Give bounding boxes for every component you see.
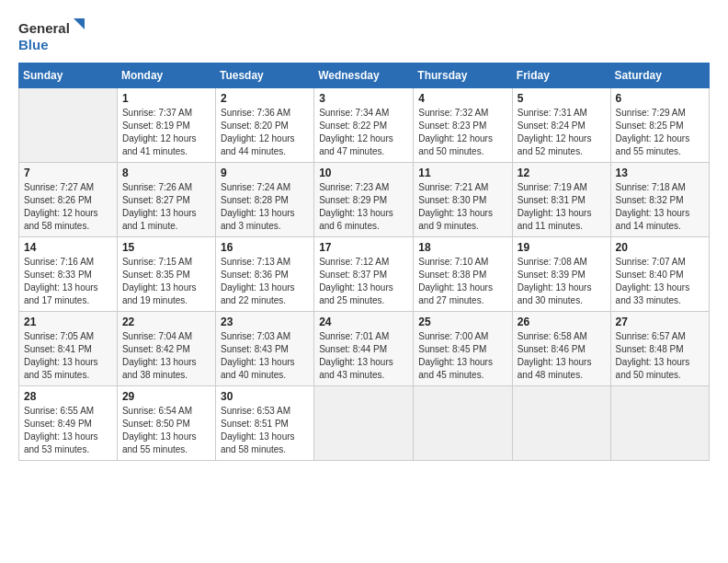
day-number: 19 [518, 241, 606, 254]
calendar-cell [314, 386, 414, 461]
day-number: 3 [319, 92, 408, 105]
logo: GeneralBlue [18, 17, 92, 53]
day-number: 5 [518, 92, 606, 105]
calendar-cell: 9Sunrise: 7:24 AM Sunset: 8:28 PM Daylig… [215, 163, 313, 237]
day-info: Sunrise: 7:26 AM Sunset: 8:27 PM Dayligh… [122, 182, 197, 231]
calendar-cell [512, 386, 610, 461]
day-number: 10 [319, 167, 408, 179]
day-info: Sunrise: 7:03 AM Sunset: 8:43 PM Dayligh… [221, 331, 295, 380]
calendar-cell: 20Sunrise: 7:07 AM Sunset: 8:40 PM Dayli… [610, 237, 709, 312]
calendar-cell: 1Sunrise: 7:37 AM Sunset: 8:19 PM Daylig… [117, 88, 215, 163]
weekday-header-sunday: Sunday [19, 63, 118, 88]
week-row-5: 28Sunrise: 6:55 AM Sunset: 8:49 PM Dayli… [19, 386, 710, 461]
day-number: 2 [221, 92, 309, 105]
day-number: 1 [122, 92, 210, 105]
calendar-cell: 24Sunrise: 7:01 AM Sunset: 8:44 PM Dayli… [314, 312, 414, 386]
header: GeneralBlue [18, 17, 710, 53]
calendar-cell: 12Sunrise: 7:19 AM Sunset: 8:31 PM Dayli… [512, 163, 610, 237]
calendar-cell [610, 386, 709, 461]
day-info: Sunrise: 7:16 AM Sunset: 8:33 PM Dayligh… [24, 257, 98, 305]
day-number: 7 [24, 167, 112, 179]
svg-text:Blue: Blue [18, 37, 49, 52]
calendar-cell: 13Sunrise: 7:18 AM Sunset: 8:32 PM Dayli… [610, 163, 709, 237]
weekday-header-wednesday: Wednesday [314, 63, 414, 88]
week-row-1: 1Sunrise: 7:37 AM Sunset: 8:19 PM Daylig… [19, 88, 710, 163]
calendar-cell: 7Sunrise: 7:27 AM Sunset: 8:26 PM Daylig… [19, 163, 118, 237]
day-number: 24 [319, 316, 408, 328]
day-number: 15 [122, 241, 210, 254]
day-number: 20 [616, 241, 704, 254]
calendar-cell: 11Sunrise: 7:21 AM Sunset: 8:30 PM Dayli… [414, 163, 513, 237]
day-info: Sunrise: 7:34 AM Sunset: 8:22 PM Dayligh… [319, 108, 393, 156]
day-info: Sunrise: 7:36 AM Sunset: 8:20 PM Dayligh… [221, 108, 295, 156]
day-info: Sunrise: 7:00 AM Sunset: 8:45 PM Dayligh… [418, 331, 493, 380]
day-number: 29 [122, 390, 210, 403]
day-number: 28 [24, 390, 112, 403]
weekday-header-friday: Friday [512, 63, 610, 88]
day-number: 30 [221, 390, 309, 403]
day-number: 6 [616, 92, 704, 105]
weekday-header-saturday: Saturday [610, 63, 709, 88]
week-row-3: 14Sunrise: 7:16 AM Sunset: 8:33 PM Dayli… [19, 237, 710, 312]
weekday-header-tuesday: Tuesday [215, 63, 313, 88]
day-number: 16 [221, 241, 309, 254]
weekday-header-row: SundayMondayTuesdayWednesdayThursdayFrid… [19, 63, 710, 88]
calendar-cell: 19Sunrise: 7:08 AM Sunset: 8:39 PM Dayli… [512, 237, 610, 312]
page: GeneralBlue SundayMondayTuesdayWednesday… [0, 0, 728, 470]
day-info: Sunrise: 7:01 AM Sunset: 8:44 PM Dayligh… [319, 331, 393, 380]
day-info: Sunrise: 6:53 AM Sunset: 8:51 PM Dayligh… [221, 406, 295, 454]
day-info: Sunrise: 7:29 AM Sunset: 8:25 PM Dayligh… [616, 108, 690, 156]
calendar-cell: 17Sunrise: 7:12 AM Sunset: 8:37 PM Dayli… [314, 237, 414, 312]
day-number: 18 [418, 241, 507, 254]
day-number: 9 [221, 167, 309, 179]
day-number: 12 [518, 167, 606, 179]
calendar-cell: 22Sunrise: 7:04 AM Sunset: 8:42 PM Dayli… [117, 312, 215, 386]
day-info: Sunrise: 6:58 AM Sunset: 8:46 PM Dayligh… [518, 331, 592, 380]
calendar-cell [414, 386, 513, 461]
day-info: Sunrise: 7:32 AM Sunset: 8:23 PM Dayligh… [418, 108, 493, 156]
calendar-cell: 4Sunrise: 7:32 AM Sunset: 8:23 PM Daylig… [414, 88, 513, 163]
calendar-cell: 26Sunrise: 6:58 AM Sunset: 8:46 PM Dayli… [512, 312, 610, 386]
calendar-cell: 30Sunrise: 6:53 AM Sunset: 8:51 PM Dayli… [215, 386, 313, 461]
calendar-cell: 28Sunrise: 6:55 AM Sunset: 8:49 PM Dayli… [19, 386, 118, 461]
day-number: 14 [24, 241, 112, 254]
day-info: Sunrise: 7:27 AM Sunset: 8:26 PM Dayligh… [24, 182, 98, 231]
calendar-cell: 10Sunrise: 7:23 AM Sunset: 8:29 PM Dayli… [314, 163, 414, 237]
day-info: Sunrise: 7:31 AM Sunset: 8:24 PM Dayligh… [518, 108, 592, 156]
day-number: 23 [221, 316, 309, 328]
day-info: Sunrise: 7:23 AM Sunset: 8:29 PM Dayligh… [319, 182, 393, 231]
day-number: 13 [616, 167, 704, 179]
calendar-cell: 29Sunrise: 6:54 AM Sunset: 8:50 PM Dayli… [117, 386, 215, 461]
svg-text:General: General [18, 20, 70, 36]
day-number: 25 [418, 316, 507, 328]
day-info: Sunrise: 7:10 AM Sunset: 8:38 PM Dayligh… [418, 257, 493, 305]
calendar-cell: 14Sunrise: 7:16 AM Sunset: 8:33 PM Dayli… [19, 237, 118, 312]
day-number: 22 [122, 316, 210, 328]
day-number: 26 [518, 316, 606, 328]
calendar-cell: 25Sunrise: 7:00 AM Sunset: 8:45 PM Dayli… [414, 312, 513, 386]
calendar-cell: 23Sunrise: 7:03 AM Sunset: 8:43 PM Dayli… [215, 312, 313, 386]
day-number: 4 [418, 92, 507, 105]
svg-marker-2 [74, 18, 85, 29]
day-info: Sunrise: 7:21 AM Sunset: 8:30 PM Dayligh… [418, 182, 493, 231]
weekday-header-monday: Monday [117, 63, 215, 88]
day-info: Sunrise: 7:15 AM Sunset: 8:35 PM Dayligh… [122, 257, 197, 305]
day-number: 11 [418, 167, 507, 179]
day-info: Sunrise: 7:07 AM Sunset: 8:40 PM Dayligh… [616, 257, 690, 305]
day-info: Sunrise: 7:24 AM Sunset: 8:28 PM Dayligh… [221, 182, 295, 231]
day-info: Sunrise: 6:55 AM Sunset: 8:49 PM Dayligh… [24, 406, 98, 454]
calendar-cell [19, 88, 118, 163]
day-info: Sunrise: 7:18 AM Sunset: 8:32 PM Dayligh… [616, 182, 690, 231]
week-row-2: 7Sunrise: 7:27 AM Sunset: 8:26 PM Daylig… [19, 163, 710, 237]
logo-svg: GeneralBlue [18, 17, 92, 53]
day-number: 17 [319, 241, 408, 254]
calendar-cell: 15Sunrise: 7:15 AM Sunset: 8:35 PM Dayli… [117, 237, 215, 312]
calendar-cell: 3Sunrise: 7:34 AM Sunset: 8:22 PM Daylig… [314, 88, 414, 163]
day-info: Sunrise: 7:05 AM Sunset: 8:41 PM Dayligh… [24, 331, 98, 380]
day-info: Sunrise: 7:37 AM Sunset: 8:19 PM Dayligh… [122, 108, 197, 156]
calendar-cell: 21Sunrise: 7:05 AM Sunset: 8:41 PM Dayli… [19, 312, 118, 386]
calendar-cell: 27Sunrise: 6:57 AM Sunset: 8:48 PM Dayli… [610, 312, 709, 386]
calendar-cell: 8Sunrise: 7:26 AM Sunset: 8:27 PM Daylig… [117, 163, 215, 237]
day-info: Sunrise: 7:19 AM Sunset: 8:31 PM Dayligh… [518, 182, 592, 231]
calendar-cell: 5Sunrise: 7:31 AM Sunset: 8:24 PM Daylig… [512, 88, 610, 163]
